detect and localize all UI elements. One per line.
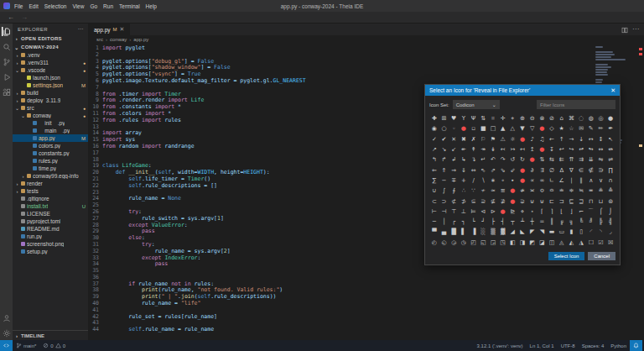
codicon-cell[interactable]: ☆ (567, 123, 577, 134)
settings-icon[interactable] (2, 328, 11, 338)
codicon-cell[interactable]: ◞ (605, 227, 615, 237)
codicon-cell[interactable]: ∨ (596, 176, 606, 186)
codicon-cell[interactable]: ◪ (538, 238, 548, 248)
tree-item-settings-json[interactable]: settings.jsonM (13, 81, 88, 89)
codicon-cell[interactable]: ↵ (478, 155, 488, 165)
codicon-cell[interactable]: ↲ (449, 155, 459, 165)
codicon-cell[interactable]: ↰ (429, 155, 439, 165)
tree-item-screenshot-png[interactable]: screenshot.png (13, 240, 88, 248)
codicon-cell[interactable]: ∪ (429, 186, 439, 196)
codicon-cell[interactable]: ◵ (439, 238, 449, 248)
codicon-cell[interactable]: ∫ (439, 186, 449, 196)
codicon-cell[interactable]: ⌐ (576, 207, 586, 217)
codicon-cell[interactable]: ◱ (478, 238, 488, 248)
codicon-cell[interactable]: ⇘ (498, 165, 508, 175)
codicon-cell[interactable]: ⚐ (478, 134, 488, 144)
source-control-icon[interactable] (2, 57, 11, 66)
codicon-cell[interactable]: ✚ (429, 113, 439, 123)
explorer-icon[interactable] (2, 27, 11, 36)
codicon-cell[interactable]: ↔ (586, 134, 596, 144)
tree-item--gitignore[interactable]: .gitignore (13, 195, 88, 202)
codicon-cell[interactable]: ⊕ (517, 113, 527, 123)
forward-icon[interactable]: → (21, 14, 28, 21)
codicon-cell[interactable]: ∘ (498, 176, 508, 186)
tree-item-constants-py[interactable]: constants.py (13, 149, 88, 157)
codicon-cell[interactable]: ┤ (498, 217, 508, 227)
codicon-cell[interactable]: ● (538, 144, 548, 155)
codicon-cell[interactable]: → (567, 134, 577, 144)
codicon-cell[interactable]: ∮ (449, 186, 459, 196)
codicon-cell[interactable]: △ (507, 123, 517, 134)
tree-item-conway99-egg-info[interactable]: ›conway99.egg-info (13, 172, 88, 180)
tree-item--venv311[interactable]: ›.venv311● (13, 59, 88, 66)
breadcrumb-item-src[interactable]: src (96, 37, 103, 42)
codicon-cell[interactable]: ∆ (557, 165, 567, 175)
codicon-cell[interactable]: ◴ (429, 238, 439, 248)
codicon-cell[interactable]: ▄ (439, 227, 449, 237)
codicon-cell[interactable]: ∑ (429, 176, 439, 186)
codicon-cell[interactable]: ∔ (459, 176, 469, 186)
codicon-cell[interactable]: ≖ (586, 186, 596, 196)
tree-item-launch-json[interactable]: launch.json (13, 74, 88, 81)
codicon-cell[interactable]: ∖ (478, 176, 488, 186)
codicon-cell[interactable]: ⊅ (459, 196, 469, 206)
codicon-cell[interactable]: Y (459, 113, 469, 123)
codicon-cell[interactable]: ● (538, 123, 548, 134)
codicon-cell[interactable]: ◌ (576, 113, 586, 123)
codicon-cell[interactable]: ∉ (586, 165, 596, 175)
status-item-python[interactable]: Python (607, 343, 630, 348)
codicon-cell[interactable]: ∥ (576, 176, 586, 186)
codicon-cell[interactable]: ⊉ (498, 196, 508, 206)
codicon-cell[interactable]: ⊵ (507, 207, 517, 217)
codicon-cell[interactable]: ⌊ (557, 207, 567, 217)
codicon-cell[interactable]: ∈ (576, 165, 586, 175)
open-editors-section[interactable]: › OPEN EDITORS (13, 34, 88, 43)
codicon-cell[interactable]: ✖ (459, 134, 469, 144)
notifications-bell[interactable] (630, 340, 642, 351)
codicon-cell[interactable]: ◶ (449, 238, 459, 248)
icon-set-dropdown[interactable]: Codicon ⌄ (453, 100, 500, 109)
codicon-cell[interactable]: ◲ (488, 238, 498, 248)
codicon-cell[interactable]: ⊣ (439, 207, 449, 217)
codicon-cell[interactable]: ⇙ (507, 165, 517, 175)
codicon-cell[interactable]: ↓ (576, 134, 586, 144)
codicon-cell[interactable]: ◫ (547, 238, 557, 248)
codicon-cell[interactable]: ▫ (469, 123, 479, 134)
menu-selection[interactable]: Selection (44, 3, 67, 9)
codicon-cell[interactable]: ⊑ (567, 196, 577, 206)
codicon-cell[interactable]: ⊏ (547, 196, 557, 206)
codicon-cell[interactable]: ⊔ (596, 196, 606, 206)
codicon-cell[interactable]: ↥ (527, 144, 538, 155)
tab-close-icon[interactable]: ✕ (120, 26, 125, 33)
codicon-cell[interactable]: ● (507, 186, 517, 196)
codicon-cell[interactable]: ∗ (488, 176, 498, 186)
codicon-cell[interactable]: ⇋ (596, 155, 606, 165)
codicon-cell[interactable]: ├ (488, 217, 498, 227)
codicon-cell[interactable]: ● (517, 176, 527, 186)
codicon-cell[interactable]: ↷ (498, 155, 508, 165)
codicon-cell[interactable]: ⇔ (469, 165, 479, 175)
codicon-cell[interactable]: ⊇ (478, 196, 488, 206)
codicon-cell[interactable]: ⇓ (459, 165, 469, 175)
tree-item-install-txt[interactable]: install.txtU (13, 202, 88, 210)
codicon-cell[interactable]: ↳ (459, 155, 469, 165)
codicon-cell[interactable]: ░ (478, 227, 488, 237)
codicon-cell[interactable]: ⊒ (576, 196, 586, 206)
codicon-cell[interactable]: ∴ (459, 186, 469, 196)
codicon-cell[interactable]: ↟ (469, 144, 479, 155)
codicon-cell[interactable]: ◮ (576, 238, 586, 248)
menu-file[interactable]: File (14, 3, 23, 9)
codicon-cell[interactable]: ◦ (449, 123, 459, 134)
codicon-cell[interactable]: ↡ (488, 144, 498, 155)
tree-item-colors-py[interactable]: colors.py (13, 142, 88, 149)
codicon-cell[interactable]: ↠ (478, 144, 488, 155)
codicon-cell[interactable]: ∞ (538, 176, 548, 186)
codicon-cell[interactable]: ☑ (596, 238, 606, 248)
codicon-cell[interactable]: ≒ (576, 186, 586, 196)
codicon-cell[interactable]: ∙ (507, 176, 517, 186)
codicon-cell[interactable]: ✔ (439, 134, 449, 144)
codicon-cell[interactable]: ⇉ (576, 155, 586, 165)
codicon-cell[interactable]: ↣ (507, 144, 517, 155)
codicon-cell[interactable]: ⊢ (429, 207, 439, 217)
codicon-cell[interactable]: ☒ (605, 238, 615, 248)
